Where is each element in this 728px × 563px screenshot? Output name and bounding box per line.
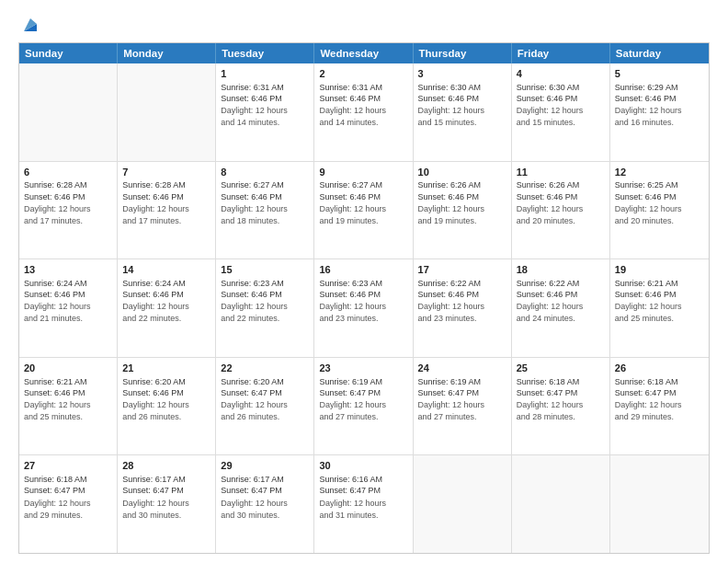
sunset-info: Sunset: 6:46 PM (24, 387, 112, 398)
day-number: 25 (517, 362, 605, 375)
day-number: 16 (319, 263, 407, 277)
daylight-info-cont: and 15 minutes. (517, 117, 605, 128)
calendar-header-cell: Wednesday (314, 43, 413, 63)
sunset-info: Sunset: 6:47 PM (221, 485, 309, 496)
daylight-info: Daylight: 12 hours (615, 399, 704, 410)
daylight-info-cont: and 24 minutes. (517, 313, 605, 324)
sunset-info: Sunset: 6:46 PM (319, 93, 407, 104)
sunset-info: Sunset: 6:46 PM (517, 93, 605, 104)
day-number: 12 (615, 166, 704, 179)
sunset-info: Sunset: 6:47 PM (517, 387, 605, 398)
daylight-info-cont: and 28 minutes. (517, 411, 605, 422)
daylight-info-cont: and 14 minutes. (221, 117, 309, 128)
daylight-info: Daylight: 12 hours (221, 399, 309, 410)
day-number: 11 (517, 166, 605, 179)
sunrise-info: Sunrise: 6:17 AM (221, 474, 309, 485)
daylight-info: Daylight: 12 hours (319, 498, 407, 509)
daylight-info: Daylight: 12 hours (517, 105, 605, 116)
sunrise-info: Sunrise: 6:21 AM (615, 278, 704, 289)
sunset-info: Sunset: 6:46 PM (418, 191, 506, 202)
day-number: 5 (615, 67, 704, 81)
calendar-cell: 2Sunrise: 6:31 AMSunset: 6:46 PMDaylight… (314, 63, 413, 161)
calendar-cell: 7Sunrise: 6:28 AMSunset: 6:46 PMDaylight… (118, 162, 216, 259)
sunset-info: Sunset: 6:46 PM (221, 191, 309, 202)
daylight-info-cont: and 29 minutes. (615, 411, 704, 422)
sunrise-info: Sunrise: 6:22 AM (517, 278, 605, 289)
daylight-info-cont: and 17 minutes. (122, 215, 210, 226)
calendar-cell: 27Sunrise: 6:18 AMSunset: 6:47 PMDayligh… (19, 455, 118, 553)
sunset-info: Sunset: 6:46 PM (319, 289, 407, 300)
calendar-header-cell: Friday (512, 43, 610, 63)
daylight-info-cont: and 20 minutes. (517, 215, 605, 226)
day-number: 2 (319, 67, 407, 81)
daylight-info: Daylight: 12 hours (24, 301, 112, 312)
sunrise-info: Sunrise: 6:27 AM (221, 179, 309, 190)
day-number: 23 (319, 362, 407, 375)
day-number: 15 (221, 263, 309, 277)
calendar-cell: 24Sunrise: 6:19 AMSunset: 6:47 PMDayligh… (414, 358, 512, 455)
daylight-info: Daylight: 12 hours (615, 203, 704, 214)
daylight-info-cont: and 17 minutes. (24, 215, 112, 226)
daylight-info-cont: and 15 minutes. (418, 117, 506, 128)
daylight-info: Daylight: 12 hours (122, 498, 210, 509)
day-number: 8 (221, 166, 309, 179)
day-number: 21 (122, 362, 210, 375)
day-number: 22 (221, 362, 309, 375)
sunset-info: Sunset: 6:47 PM (221, 387, 309, 398)
calendar-cell: 12Sunrise: 6:25 AMSunset: 6:46 PMDayligh… (610, 162, 709, 259)
sunset-info: Sunset: 6:46 PM (319, 191, 407, 202)
calendar: SundayMondayTuesdayWednesdayThursdayFrid… (18, 42, 710, 554)
sunrise-info: Sunrise: 6:18 AM (615, 376, 704, 387)
daylight-info-cont: and 26 minutes. (221, 411, 309, 422)
day-number: 24 (418, 362, 506, 375)
sunset-info: Sunset: 6:46 PM (418, 289, 506, 300)
page: SundayMondayTuesdayWednesdayThursdayFrid… (0, 0, 728, 563)
daylight-info: Daylight: 12 hours (221, 498, 309, 509)
daylight-info: Daylight: 12 hours (418, 399, 506, 410)
calendar-cell: 11Sunrise: 6:26 AMSunset: 6:46 PMDayligh… (512, 162, 610, 259)
sunset-info: Sunset: 6:46 PM (24, 289, 112, 300)
sunset-info: Sunset: 6:46 PM (122, 289, 210, 300)
day-number: 30 (319, 459, 407, 473)
calendar-cell: 9Sunrise: 6:27 AMSunset: 6:46 PMDaylight… (314, 162, 413, 259)
sunrise-info: Sunrise: 6:29 AM (615, 82, 704, 93)
day-number: 28 (122, 459, 210, 473)
calendar-header-cell: Saturday (610, 43, 709, 63)
daylight-info-cont: and 20 minutes. (615, 215, 704, 226)
sunrise-info: Sunrise: 6:31 AM (319, 82, 407, 93)
calendar-cell: 28Sunrise: 6:17 AMSunset: 6:47 PMDayligh… (118, 455, 216, 553)
calendar-cell: 21Sunrise: 6:20 AMSunset: 6:46 PMDayligh… (118, 358, 216, 455)
day-number: 19 (615, 263, 704, 277)
daylight-info-cont: and 30 minutes. (122, 510, 210, 521)
daylight-info: Daylight: 12 hours (418, 105, 506, 116)
daylight-info-cont: and 29 minutes. (24, 510, 112, 521)
sunrise-info: Sunrise: 6:22 AM (418, 278, 506, 289)
sunset-info: Sunset: 6:46 PM (122, 191, 210, 202)
calendar-header: SundayMondayTuesdayWednesdayThursdayFrid… (19, 43, 709, 63)
calendar-cell: 29Sunrise: 6:17 AMSunset: 6:47 PMDayligh… (216, 455, 314, 553)
daylight-info-cont: and 30 minutes. (221, 510, 309, 521)
sunrise-info: Sunrise: 6:30 AM (517, 82, 605, 93)
daylight-info: Daylight: 12 hours (319, 203, 407, 214)
day-number: 18 (517, 263, 605, 277)
daylight-info-cont: and 31 minutes. (319, 510, 407, 521)
daylight-info: Daylight: 12 hours (418, 203, 506, 214)
calendar-cell: 6Sunrise: 6:28 AMSunset: 6:46 PMDaylight… (19, 162, 118, 259)
day-number: 27 (24, 459, 112, 473)
sunset-info: Sunset: 6:46 PM (24, 191, 112, 202)
sunset-info: Sunset: 6:47 PM (319, 485, 407, 496)
sunset-info: Sunset: 6:46 PM (615, 191, 704, 202)
calendar-row: 20Sunrise: 6:21 AMSunset: 6:46 PMDayligh… (19, 358, 709, 456)
logo-icon (20, 15, 40, 35)
sunrise-info: Sunrise: 6:16 AM (319, 474, 407, 485)
sunrise-info: Sunrise: 6:19 AM (418, 376, 506, 387)
sunrise-info: Sunrise: 6:31 AM (221, 82, 309, 93)
sunrise-info: Sunrise: 6:30 AM (418, 82, 506, 93)
daylight-info: Daylight: 12 hours (418, 301, 506, 312)
daylight-info: Daylight: 12 hours (221, 203, 309, 214)
sunrise-info: Sunrise: 6:24 AM (122, 278, 210, 289)
calendar-cell: 17Sunrise: 6:22 AMSunset: 6:46 PMDayligh… (414, 259, 512, 357)
daylight-info: Daylight: 12 hours (122, 301, 210, 312)
calendar-cell: 5Sunrise: 6:29 AMSunset: 6:46 PMDaylight… (610, 63, 709, 161)
sunrise-info: Sunrise: 6:26 AM (517, 179, 605, 190)
